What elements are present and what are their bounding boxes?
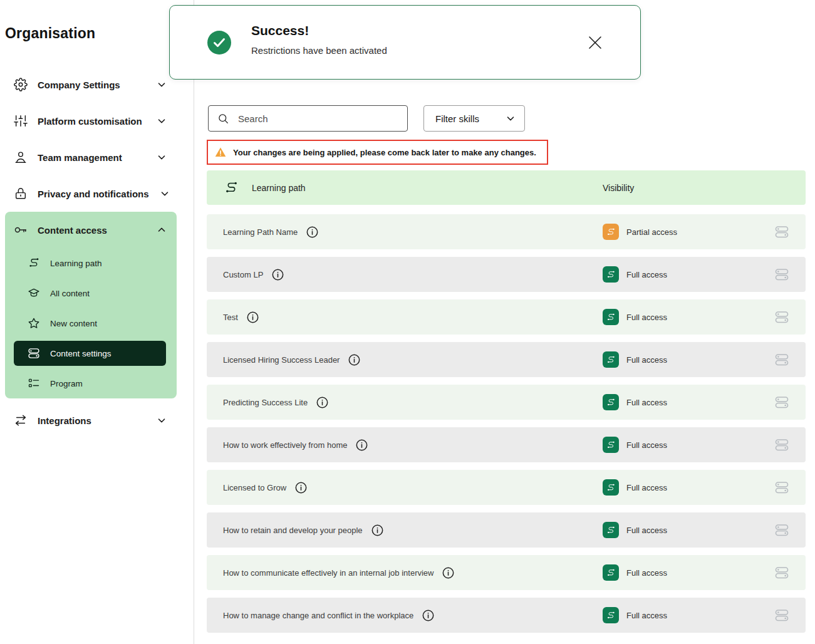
info-icon[interactable] — [247, 311, 259, 323]
info-icon[interactable] — [295, 482, 307, 494]
close-icon[interactable] — [586, 34, 604, 51]
integrations-icon — [14, 413, 28, 427]
lock-icon — [14, 187, 28, 200]
sidebar-item-content-access[interactable]: Content access — [5, 212, 177, 248]
toggle-icon[interactable] — [773, 267, 791, 282]
learning-path-icon — [223, 180, 239, 195]
column-header-learning-path: Learning path — [252, 183, 306, 193]
access-badge-icon — [603, 522, 619, 538]
success-check-icon — [207, 31, 231, 55]
sidebar-subitem-label: All content — [50, 289, 90, 298]
sidebar-item-program[interactable]: Program — [5, 368, 177, 398]
toggle-icon[interactable] — [773, 224, 791, 239]
access-label: Full access — [626, 398, 667, 407]
row-title: Licensed to Grow — [223, 483, 286, 492]
table-row: How to retain and develop your people Fu… — [207, 512, 806, 548]
table-row: Custom LP Full access — [207, 257, 806, 292]
sidebar-item-integrations[interactable]: Integrations — [0, 402, 194, 439]
access-badge-icon — [603, 479, 619, 496]
row-title: Predicting Success Lite — [223, 398, 308, 407]
toggle-icon[interactable] — [773, 437, 791, 452]
chevron-down-icon — [156, 115, 167, 127]
access-label: Full access — [626, 568, 667, 578]
gear-icon — [14, 78, 28, 91]
chevron-down-icon — [159, 188, 170, 199]
graduation-cap-icon — [28, 287, 40, 299]
warning-triangle-icon — [214, 146, 227, 158]
info-icon[interactable] — [442, 567, 454, 579]
sidebar-item-label: Company Settings — [38, 80, 120, 90]
access-badge-icon — [603, 266, 619, 283]
filter-skills-dropdown[interactable]: Filter skills — [423, 105, 525, 132]
search-box — [208, 105, 408, 132]
sidebar-subitem-label: Content settings — [50, 349, 112, 358]
access-label: Full access — [626, 313, 667, 322]
access-label: Full access — [626, 440, 667, 450]
program-list-icon — [28, 377, 40, 390]
page-title: Organisation — [5, 25, 95, 42]
toast-title: Success! — [251, 23, 387, 38]
toolbar: Filter skills — [208, 105, 525, 132]
sidebar-item-content-settings[interactable]: Content settings — [14, 341, 166, 366]
toggle-icon[interactable] — [773, 522, 791, 538]
learning-path-icon — [28, 257, 40, 269]
table-row: How to manage change and conflict in the… — [207, 598, 806, 633]
sliders-icon — [14, 114, 28, 128]
table-row: Test Full access — [207, 299, 806, 335]
row-title: How to communicate effectively in an int… — [223, 568, 433, 578]
chevron-down-icon — [156, 79, 167, 90]
table-row: How to work effectively from home Full a… — [207, 427, 806, 462]
sidebar-item-learning-path[interactable]: Learning path — [5, 248, 177, 278]
sidebar-item-team-management[interactable]: Team management — [0, 139, 194, 175]
info-icon[interactable] — [371, 524, 383, 536]
learning-path-table: Learning path Visibility Learning Path N… — [207, 170, 806, 640]
sidebar-subitem-label: Learning path — [50, 259, 102, 268]
filter-skills-label: Filter skills — [435, 113, 479, 124]
info-icon[interactable] — [356, 439, 368, 451]
row-title: How to manage change and conflict in the… — [223, 611, 413, 620]
sidebar-item-company-settings[interactable]: Company Settings — [0, 66, 194, 103]
sidebar-group-content-access: Content access Learning path All content — [5, 212, 177, 398]
sidebar-subitem-label: New content — [50, 319, 97, 328]
info-icon[interactable] — [316, 397, 328, 408]
info-icon[interactable] — [348, 354, 360, 366]
info-icon[interactable] — [272, 269, 284, 281]
access-label: Full access — [626, 270, 667, 279]
sidebar-item-label: Privacy and notifications — [38, 189, 149, 199]
search-input[interactable] — [237, 113, 398, 125]
row-title: Learning Path Name — [223, 227, 298, 237]
sidebar-item-platform-customisation[interactable]: Platform customisation — [0, 103, 194, 139]
star-icon — [28, 317, 40, 330]
info-icon[interactable] — [422, 610, 434, 621]
toggle-icon[interactable] — [773, 352, 791, 367]
sidebar-item-label: Platform customisation — [38, 116, 142, 127]
chevron-down-icon — [156, 415, 167, 426]
sidebar-subitem-label: Program — [50, 379, 83, 388]
access-badge-icon — [603, 394, 619, 410]
toggle-icon[interactable] — [773, 309, 791, 325]
sidebar-item-all-content[interactable]: All content — [5, 278, 177, 308]
changes-applying-warning-banner: Your changes are being applied, please c… — [207, 140, 548, 165]
toggle-icon[interactable] — [773, 608, 791, 623]
access-badge-icon — [603, 564, 619, 581]
sidebar-item-label: Integrations — [38, 415, 91, 426]
toggle-icon[interactable] — [773, 480, 791, 495]
toggles-icon — [28, 347, 40, 360]
info-icon[interactable] — [306, 226, 318, 238]
main-content: Filter skills Your changes are being app… — [207, 0, 806, 644]
row-title: How to work effectively from home — [223, 440, 347, 450]
table-header-row: Learning path Visibility — [207, 170, 806, 205]
success-toast: Success! Restrictions have been activate… — [169, 5, 641, 80]
toggle-icon[interactable] — [773, 565, 791, 580]
table-row: Learning Path Name Partial access — [207, 214, 806, 249]
toggle-icon[interactable] — [773, 395, 791, 410]
access-label: Full access — [626, 355, 667, 365]
sidebar-item-new-content[interactable]: New content — [5, 308, 177, 338]
search-icon — [217, 113, 229, 125]
warning-message: Your changes are being applied, please c… — [233, 148, 536, 157]
chevron-down-icon — [156, 152, 167, 163]
column-header-visibility: Visibility — [603, 183, 791, 193]
sidebar-item-privacy-notifications[interactable]: Privacy and notifications — [0, 175, 194, 212]
table-row: Licensed Hiring Success Leader Full acce… — [207, 342, 806, 377]
row-title: How to retain and develop your people — [223, 526, 363, 535]
